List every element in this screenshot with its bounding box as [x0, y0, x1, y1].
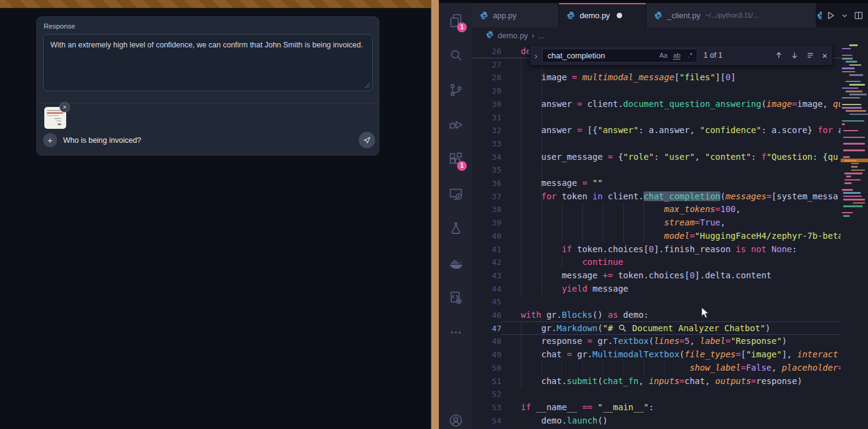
code-line-52[interactable]: 52 [472, 388, 868, 401]
line-number: 53 [472, 401, 501, 414]
next-match-button[interactable] [790, 51, 799, 60]
code-line-35[interactable]: 35 [472, 163, 868, 177]
search-match-highlight: chat_completion [643, 191, 720, 201]
match-case-toggle[interactable]: Aa [657, 52, 670, 59]
code-line-50[interactable]: 50 show_label=False, placeholder= [472, 362, 868, 375]
line-number: 44 [472, 283, 501, 296]
line-number: 31 [472, 111, 501, 125]
panel-divider [37, 103, 379, 103]
activity-more-icon[interactable] [439, 315, 472, 349]
activity-code-runner-gear-icon[interactable] [439, 280, 472, 315]
line-number: 34 [472, 151, 501, 164]
code-line-54[interactable]: 54 demo.launch() [472, 414, 868, 428]
indent-guide [541, 111, 542, 125]
code-line-39[interactable]: 39 stream=True, [472, 216, 868, 230]
code-line-48[interactable]: 48 response = gr.Textbox(lines=5, label=… [472, 335, 868, 348]
line-number: 30 [472, 98, 501, 111]
indent-guide [521, 163, 521, 177]
window-divider[interactable] [431, 0, 439, 429]
editor-group: app.py demo.py _client.py~/.../python3.1… [472, 0, 868, 429]
activity-badge: 1 [457, 22, 467, 32]
line-number: 43 [472, 269, 501, 283]
code-line-53[interactable]: 53if __name__ == "__main__": [472, 401, 868, 414]
mouse-cursor [701, 307, 711, 319]
send-button[interactable] [359, 132, 375, 148]
gradio-panel: Response With an extremely high level of… [36, 16, 379, 156]
code-line-44[interactable]: 44 yield message [472, 283, 868, 296]
line-number: 36 [472, 177, 501, 190]
remove-attachment-button[interactable]: × [59, 102, 70, 112]
code-line-34[interactable]: 34 user_message = {"role": "user", "cont… [472, 151, 868, 164]
line-number: 38 [472, 203, 501, 216]
minimap[interactable] [841, 44, 868, 429]
code-line-30[interactable]: 30 answer = client.document_question_ans… [472, 98, 868, 111]
line-number: 54 [472, 414, 501, 428]
partial-tab[interactable] [816, 3, 822, 27]
activity-search-icon[interactable] [439, 38, 472, 72]
code-line-37[interactable]: 37 for token in client.chat_completion(m… [472, 190, 868, 204]
line-number: 33 [472, 137, 501, 151]
run-button[interactable] [823, 8, 838, 22]
line-number: 48 [472, 335, 501, 348]
line-number: 50 [472, 362, 501, 375]
code-line-40[interactable]: 40 model="HuggingFaceH4/zephyr-7b-beta [472, 230, 868, 243]
resize-handle-icon[interactable] [364, 83, 370, 89]
code-line-28[interactable]: 28 image = multimodal_message["files"][0… [472, 71, 868, 84]
line-number: 35 [472, 163, 501, 177]
code-line-45[interactable]: 45 [472, 295, 868, 309]
previous-match-button[interactable] [775, 51, 783, 60]
window-stripe-bar [0, 0, 431, 9]
find-input[interactable]: chat_completion Aa ab .* [542, 49, 697, 63]
response-textbox[interactable]: With an extremely high level of confiden… [43, 34, 373, 91]
activity-source-control-icon[interactable] [439, 72, 472, 107]
chat-input[interactable]: Who is being invoiced? [63, 136, 141, 145]
run-dropdown-chevron[interactable] [840, 8, 849, 22]
code-line-49[interactable]: 49 chat = gr.MultimodalTextbox(file_type… [472, 348, 868, 362]
activity-account-icon[interactable] [439, 403, 472, 429]
code-line-46[interactable]: 46with gr.Blocks() as demo: [472, 309, 868, 322]
indent-guide [521, 111, 521, 125]
code-line-38[interactable]: 38 max_tokens=100, [472, 203, 868, 216]
code-line-31[interactable]: 31 [472, 111, 868, 125]
code-editor[interactable]: 26de2728 image = multimodal_message["fil… [472, 44, 868, 429]
close-find-button[interactable]: × [822, 50, 827, 61]
line-number: 41 [472, 243, 501, 256]
code-line-43[interactable]: 43 message += token.choices[0].delta.con… [472, 269, 868, 283]
activity-testing-icon[interactable] [439, 211, 472, 245]
find-query[interactable]: chat_completion [548, 51, 657, 60]
activity-extensions-icon[interactable]: 1 [439, 142, 472, 176]
send-icon [362, 136, 371, 145]
code-line-41[interactable]: 41 if token.choices[0].finish_reason is … [472, 243, 868, 256]
code-line-42[interactable]: 42 continue [472, 256, 868, 269]
indent-guide [541, 84, 542, 98]
code-line-32[interactable]: 32 answer = [{"answer": a.answer, "confi… [472, 124, 868, 137]
code-line-33[interactable]: 33 [472, 137, 868, 151]
line-number: 52 [472, 388, 501, 401]
unsaved-changes-dot[interactable] [617, 13, 622, 18]
breadcrumb-file[interactable]: demo.py [498, 31, 528, 40]
indent-guide [521, 58, 521, 72]
activity-run-and-debug-icon[interactable] [439, 107, 472, 142]
code-line-36[interactable]: 36 message = "" [472, 177, 868, 190]
activity-docker-icon[interactable] [439, 245, 472, 280]
breadcrumb: demo.py › ... [472, 27, 868, 44]
code-line-51[interactable]: 51 chat.submit(chat_fn, inputs=chat, out… [472, 375, 868, 388]
current-line-highlight [501, 321, 868, 335]
editor-tab-app.py[interactable]: app.py [472, 3, 559, 27]
activity-badge: 1 [457, 161, 467, 171]
line-number: 32 [472, 124, 501, 137]
line-number: 42 [472, 256, 501, 269]
split-editor-button[interactable] [851, 8, 866, 22]
add-file-button[interactable]: + [43, 133, 57, 147]
breadcrumb-more[interactable]: ... [538, 31, 544, 40]
line-number: 29 [472, 84, 501, 98]
whole-word-toggle[interactable]: ab [670, 52, 683, 59]
editor-tab-_client.py[interactable]: _client.py~/.../python3.11/... [646, 3, 816, 27]
find-in-selection-button[interactable] [806, 51, 815, 60]
activity-explorer-icon[interactable]: 1 [439, 3, 472, 38]
regex-toggle[interactable]: .* [683, 52, 697, 59]
activity-remote-explorer-icon[interactable] [439, 176, 472, 211]
editor-tab-demo.py[interactable]: demo.py [559, 3, 646, 27]
code-line-29[interactable]: 29 [472, 84, 868, 98]
find-toggle-replace-chevron[interactable]: › [530, 50, 542, 61]
